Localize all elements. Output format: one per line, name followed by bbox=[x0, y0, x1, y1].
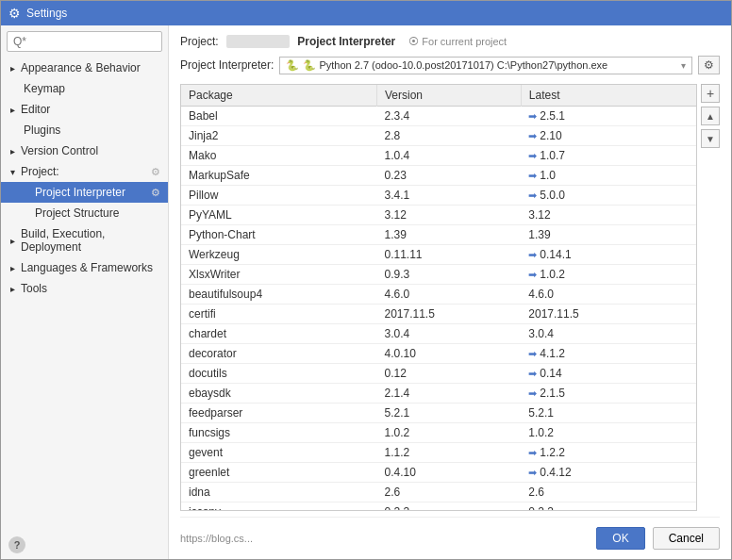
package-version: 5.2.1 bbox=[376, 404, 521, 423]
table-row[interactable]: chardet3.0.43.0.4 bbox=[181, 324, 696, 344]
sidebar-item-vcs[interactable]: ▸Version Control bbox=[1, 140, 168, 161]
sidebar-item-appearance[interactable]: ▸Appearance & Behavior bbox=[1, 58, 168, 78]
upgrade-arrow-icon: ➡ bbox=[528, 447, 537, 458]
table-row[interactable]: greenlet0.4.10➡0.4.12 bbox=[181, 463, 696, 483]
packages-table: Package Version Latest Babel2.3.4➡2.5.1J… bbox=[181, 85, 696, 510]
col-header-latest: Latest bbox=[521, 85, 696, 107]
package-latest: 5.2.1 bbox=[521, 404, 696, 423]
table-row[interactable]: XlsxWriter0.9.3➡1.0.2 bbox=[181, 265, 696, 285]
interpreter-label: Project Interpreter: bbox=[180, 58, 274, 72]
upgrade-arrow-icon: ➡ bbox=[528, 348, 537, 359]
interpreter-row: Project Interpreter: 🐍 🐍 Python 2.7 (odo… bbox=[180, 56, 720, 74]
sidebar-item-label: Plugins bbox=[24, 124, 60, 137]
package-version: 2.6 bbox=[376, 483, 521, 502]
table-section: Package Version Latest Babel2.3.4➡2.5.1J… bbox=[180, 84, 720, 511]
table-row[interactable]: jcconv0.2.30.2.3 bbox=[181, 502, 696, 511]
package-version: 2.8 bbox=[376, 126, 521, 146]
sidebar-item-project[interactable]: ▾Project: ⚙ bbox=[1, 161, 168, 182]
package-latest: ➡0.14.1 bbox=[521, 245, 696, 265]
table-row[interactable]: PyYAML3.123.12 bbox=[181, 206, 696, 225]
table-row[interactable]: funcsigs1.0.21.0.2 bbox=[181, 423, 696, 443]
help-button[interactable]: ? bbox=[8, 536, 25, 553]
scroll-down-button[interactable]: ▼ bbox=[701, 129, 720, 148]
window-title: Settings bbox=[26, 7, 67, 20]
sidebar-item-plugins[interactable]: Plugins bbox=[1, 120, 168, 140]
arrow-icon: ▸ bbox=[10, 146, 15, 156]
scroll-up-button[interactable]: ▲ bbox=[701, 107, 720, 125]
package-name: feedparser bbox=[181, 404, 376, 423]
table-row[interactable]: Python-Chart1.391.39 bbox=[181, 225, 696, 245]
sidebar-item-keymap[interactable]: Keymap bbox=[1, 78, 168, 99]
settings-icon: ⚙ bbox=[151, 187, 160, 199]
package-name: idna bbox=[181, 483, 376, 502]
sidebar-item-label: Project: bbox=[21, 165, 59, 178]
table-row[interactable]: feedparser5.2.15.2.1 bbox=[181, 404, 696, 423]
package-version: 0.12 bbox=[376, 364, 521, 384]
package-latest: ➡0.14 bbox=[521, 364, 696, 384]
table-row[interactable]: Jinja22.8➡2.10 bbox=[181, 126, 696, 146]
package-latest: 2017.11.5 bbox=[521, 305, 696, 324]
ok-button[interactable]: OK bbox=[596, 527, 644, 550]
package-latest: ➡5.0.0 bbox=[521, 186, 696, 206]
footer: https://blog.cs... OK Cancel bbox=[180, 517, 720, 550]
upgrade-arrow-icon: ➡ bbox=[528, 189, 537, 201]
add-package-button[interactable]: + bbox=[701, 84, 720, 103]
package-name: PyYAML bbox=[181, 206, 376, 225]
table-row[interactable]: gevent1.1.2➡1.2.2 bbox=[181, 443, 696, 463]
search-input[interactable] bbox=[7, 31, 162, 52]
sidebar-item-editor[interactable]: ▸Editor bbox=[1, 99, 168, 120]
table-row[interactable]: Babel2.3.4➡2.5.1 bbox=[181, 107, 696, 126]
package-version: 2017.11.5 bbox=[376, 305, 521, 324]
sidebar-item-interpreter[interactable]: Project Interpreter ⚙ bbox=[1, 182, 168, 203]
package-name: Babel bbox=[181, 107, 376, 126]
sidebar-item-languages[interactable]: ▸Languages & Frameworks bbox=[1, 257, 168, 278]
chevron-down-icon: ▾ bbox=[681, 60, 686, 71]
interpreter-select[interactable]: 🐍 🐍 Python 2.7 (odoo-10.0.post20171017) … bbox=[279, 57, 692, 74]
packages-table-wrapper: Package Version Latest Babel2.3.4➡2.5.1J… bbox=[180, 84, 697, 511]
sidebar-item-build[interactable]: ▸Build, Execution, Deployment bbox=[1, 223, 168, 257]
sidebar-item-structure[interactable]: Project Structure bbox=[1, 203, 168, 223]
table-row[interactable]: MarkupSafe0.23➡1.0 bbox=[181, 166, 696, 186]
content-area: ▸Appearance & BehaviorKeymap▸EditorPlugi… bbox=[1, 25, 731, 559]
footer-url: https://blog.cs... bbox=[180, 533, 589, 544]
package-name: funcsigs bbox=[181, 423, 376, 443]
sidebar-item-tools[interactable]: ▸Tools bbox=[1, 278, 168, 299]
package-latest: 1.39 bbox=[521, 225, 696, 245]
table-row[interactable]: certifi2017.11.52017.11.5 bbox=[181, 305, 696, 324]
package-latest: ➡1.0 bbox=[521, 166, 696, 186]
project-name bbox=[226, 35, 291, 48]
table-row[interactable]: Pillow3.4.1➡5.0.0 bbox=[181, 186, 696, 206]
section-title: Project Interpreter bbox=[297, 35, 395, 48]
arrow-icon: ▸ bbox=[10, 236, 15, 246]
cancel-button[interactable]: Cancel bbox=[653, 527, 720, 550]
package-name: Mako bbox=[181, 146, 376, 166]
upgrade-arrow-icon: ➡ bbox=[528, 387, 537, 399]
arrow-icon: ▸ bbox=[10, 63, 15, 74]
table-row[interactable]: ebaysdk2.1.4➡2.1.5 bbox=[181, 384, 696, 404]
arrow-icon: ▸ bbox=[10, 284, 15, 294]
packages-table-container[interactable]: Package Version Latest Babel2.3.4➡2.5.1J… bbox=[181, 85, 696, 510]
sidebar-item-label: Version Control bbox=[21, 144, 98, 157]
python-icon: 🐍 bbox=[286, 59, 299, 72]
table-row[interactable]: Werkzeug0.11.11➡0.14.1 bbox=[181, 245, 696, 265]
sidebar: ▸Appearance & BehaviorKeymap▸EditorPlugi… bbox=[1, 25, 169, 559]
table-row[interactable]: beautifulsoup44.6.04.6.0 bbox=[181, 285, 696, 305]
table-row[interactable]: decorator4.0.10➡4.1.2 bbox=[181, 344, 696, 364]
sidebar-item-label: Languages & Frameworks bbox=[21, 261, 153, 274]
interpreter-gear-button[interactable]: ⚙ bbox=[698, 56, 720, 74]
package-name: jcconv bbox=[181, 502, 376, 511]
package-version: 3.4.1 bbox=[376, 186, 521, 206]
table-row[interactable]: idna2.62.6 bbox=[181, 483, 696, 502]
settings-icon: ⚙ bbox=[8, 6, 21, 21]
package-latest: ➡1.2.2 bbox=[521, 443, 696, 463]
package-latest: 0.2.3 bbox=[521, 502, 696, 511]
table-row[interactable]: Mako1.0.4➡1.0.7 bbox=[181, 146, 696, 166]
package-latest: ➡4.1.2 bbox=[521, 344, 696, 364]
col-header-package: Package bbox=[181, 85, 376, 107]
package-name: XlsxWriter bbox=[181, 265, 376, 285]
settings-window: ⚙ Settings ▸Appearance & BehaviorKeymap▸… bbox=[0, 0, 732, 560]
table-action-buttons: + ▲ ▼ bbox=[701, 84, 720, 511]
package-latest: ➡1.0.7 bbox=[521, 146, 696, 166]
package-name: chardet bbox=[181, 324, 376, 344]
table-row[interactable]: docutils0.12➡0.14 bbox=[181, 364, 696, 384]
